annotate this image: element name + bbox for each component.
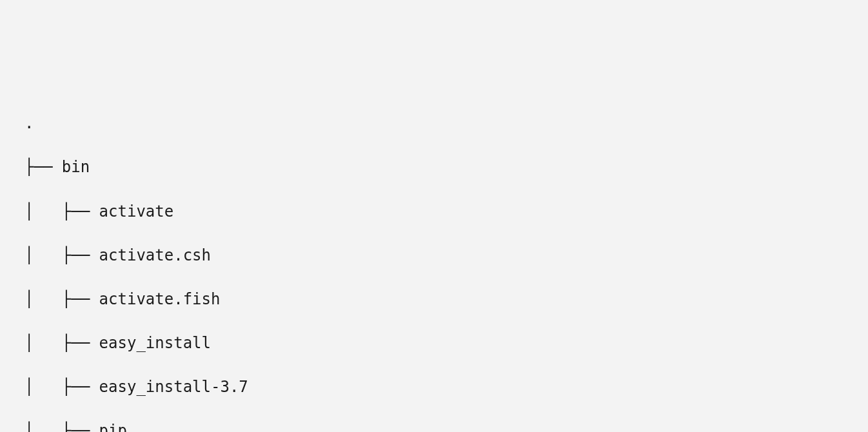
tree-line-bin: ├── bin xyxy=(25,156,868,178)
tree-line-activate: │ ├── activate xyxy=(25,201,868,222)
tree-line-activate-fish: │ ├── activate.fish xyxy=(25,288,868,310)
tree-line-easy-install-37: │ ├── easy_install-3.7 xyxy=(25,376,868,398)
tree-line-root: . xyxy=(25,112,868,134)
tree-line-easy-install: │ ├── easy_install xyxy=(25,332,868,354)
tree-line-activate-csh: │ ├── activate.csh xyxy=(25,244,868,266)
tree-line-pip: │ ├── pip xyxy=(25,420,868,432)
